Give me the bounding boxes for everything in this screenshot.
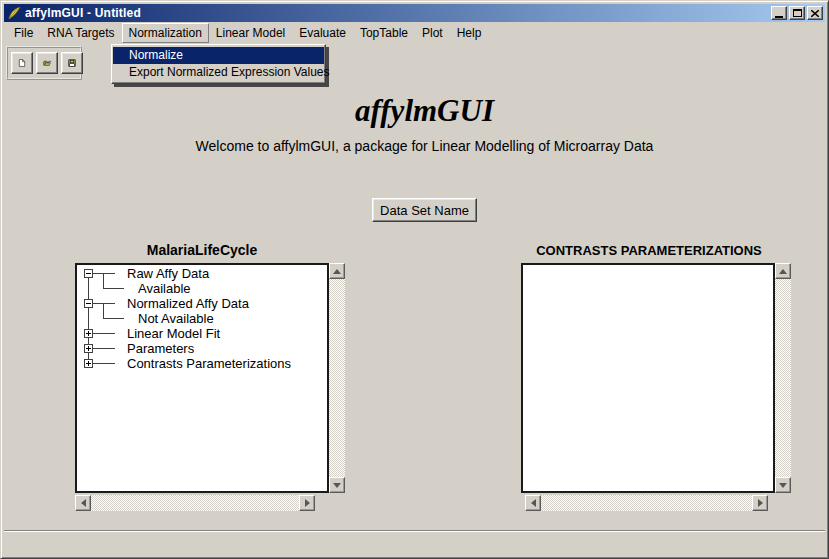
page-title: affylmGUI [21,93,828,129]
arrow-right-icon [758,499,763,507]
right-vertical-scrollbar[interactable] [775,263,791,493]
app-window: affylmGUI - Untitled File RNA Targets No… [0,0,829,559]
dataset-tree: Raw Affy Data Available Normalized Affy … [77,265,327,491]
menu-toptable[interactable]: TopTable [353,23,415,43]
title-bar[interactable]: affylmGUI - Untitled [4,4,825,22]
arrow-up-icon [779,269,787,274]
maximize-button[interactable] [789,6,805,20]
tree-expand-icon[interactable] [84,329,93,338]
menu-normalization[interactable]: Normalization [122,23,209,43]
open-file-button[interactable] [36,52,58,74]
arrow-left-icon [531,499,536,507]
arrow-down-icon [333,483,341,488]
tree-collapse-icon[interactable] [84,269,93,278]
scrollbar-track[interactable] [91,495,299,511]
maximize-icon [793,9,802,17]
menu-evaluate[interactable]: Evaluate [292,23,353,43]
tree-item-not-available[interactable]: Not Available [138,311,214,326]
feather-app-icon [7,6,22,21]
menu-item-normalize[interactable]: Normalize [113,47,324,64]
minimize-icon [775,16,783,18]
menu-linear-model[interactable]: Linear Model [209,23,292,43]
new-file-icon [18,55,26,71]
close-icon [811,10,819,17]
menu-bar: File RNA Targets Normalization Linear Mo… [4,22,825,43]
status-bar [4,532,825,554]
arrow-up-icon [333,269,341,274]
scroll-left-button[interactable] [75,495,91,511]
arrow-left-icon [81,499,86,507]
close-button[interactable] [807,6,823,20]
left-vertical-scrollbar[interactable] [329,263,345,493]
save-floppy-icon [68,55,76,71]
right-horizontal-scrollbar[interactable] [525,495,768,511]
tree-item-raw-affy-data[interactable]: Raw Affy Data [127,266,209,281]
scroll-up-button[interactable] [329,263,345,279]
left-horizontal-scrollbar[interactable] [75,495,315,511]
scroll-right-button[interactable] [299,495,315,511]
scroll-up-button[interactable] [775,263,791,279]
scroll-down-button[interactable] [775,477,791,493]
contrasts-parameterizations-listbox[interactable] [521,263,775,493]
left-panel-heading: MalariaLifeCycle [75,242,329,258]
right-panel-heading: CONTRASTS PARAMETERIZATIONS [521,243,777,258]
save-file-button[interactable] [61,52,83,74]
toolbar [6,46,82,80]
menu-file[interactable]: File [7,23,40,43]
menu-plot[interactable]: Plot [415,23,450,43]
tree-expand-icon[interactable] [84,359,93,368]
tree-item-linear-model-fit[interactable]: Linear Model Fit [127,326,220,341]
scrollbar-track[interactable] [775,279,791,477]
window-title: affylmGUI - Untitled [25,6,141,20]
new-file-button[interactable] [11,52,33,74]
tree-item-contrasts-parameterizations[interactable]: Contrasts Parameterizations [127,356,291,371]
arrow-down-icon [779,483,787,488]
scrollbar-track[interactable] [329,279,345,477]
normalization-dropdown-menu: Normalize Export Normalized Expression V… [111,44,326,84]
menu-help[interactable]: Help [450,23,489,43]
tree-item-normalized-affy-data[interactable]: Normalized Affy Data [127,296,249,311]
tree-expand-icon[interactable] [84,344,93,353]
arrow-right-icon [305,499,310,507]
scrollbar-track[interactable] [541,495,752,511]
scroll-left-button[interactable] [525,495,541,511]
menu-item-export-normalized[interactable]: Export Normalized Expression Values [113,64,324,81]
tree-collapse-icon[interactable] [84,299,93,308]
welcome-text: Welcome to affylmGUI, a package for Line… [21,138,828,154]
dataset-tree-listbox[interactable]: Raw Affy Data Available Normalized Affy … [75,263,329,493]
data-set-name-button[interactable]: Data Set Name [372,198,477,222]
scroll-down-button[interactable] [329,477,345,493]
menu-rna-targets[interactable]: RNA Targets [40,23,121,43]
tree-item-available[interactable]: Available [138,281,191,296]
tree-item-parameters[interactable]: Parameters [127,341,194,356]
open-folder-icon [43,55,51,71]
scroll-right-button[interactable] [752,495,768,511]
minimize-button[interactable] [771,6,787,20]
